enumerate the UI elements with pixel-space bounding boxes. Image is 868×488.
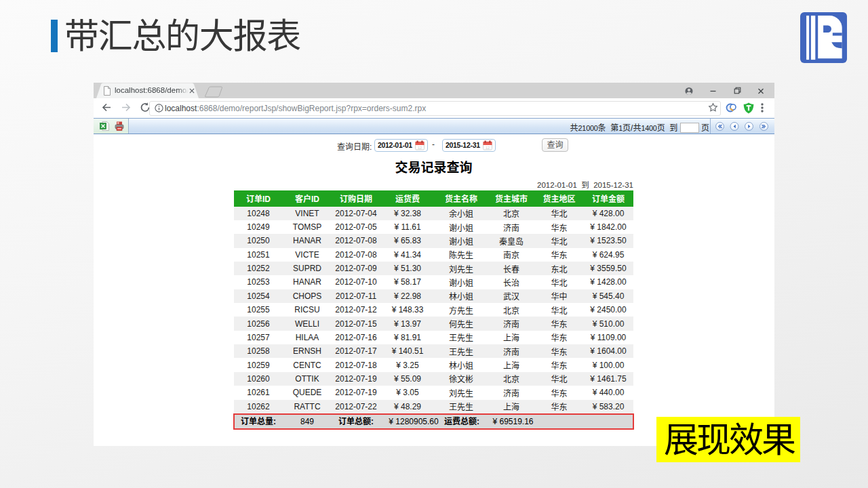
svg-text:12: 12 [418, 146, 422, 150]
svg-text:12: 12 [486, 146, 490, 150]
